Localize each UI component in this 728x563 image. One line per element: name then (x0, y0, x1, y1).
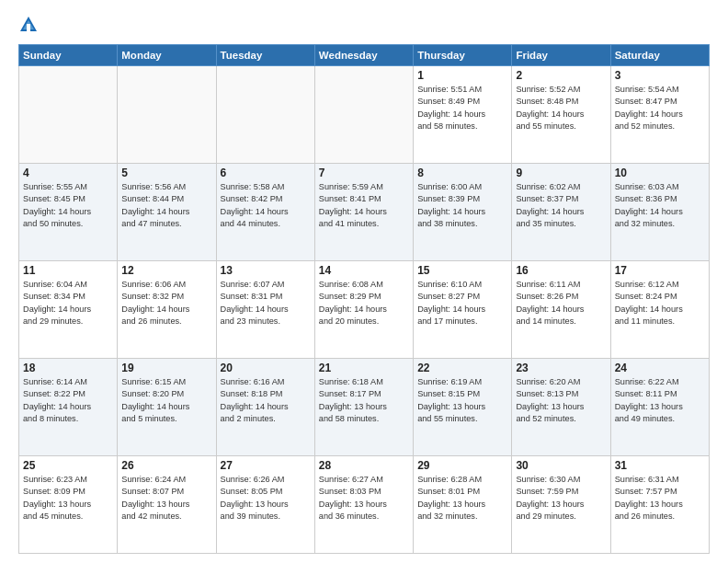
day-info: Sunrise: 6:31 AMSunset: 7:57 PMDaylight:… (615, 474, 705, 523)
day-info: Sunrise: 5:52 AMSunset: 8:48 PMDaylight:… (516, 84, 606, 132)
week-row-3: 11Sunrise: 6:04 AMSunset: 8:34 PMDayligh… (19, 261, 710, 359)
day-number: 14 (319, 264, 409, 277)
day-number: 6 (221, 167, 311, 179)
day-info: Sunrise: 6:19 AMSunset: 8:15 PMDaylight:… (417, 376, 507, 425)
week-row-5: 25Sunrise: 6:23 AMSunset: 8:09 PMDayligh… (19, 456, 710, 554)
day-number: 30 (516, 459, 606, 472)
day-cell: 10Sunrise: 6:03 AMSunset: 8:36 PMDayligh… (610, 164, 709, 261)
day-number: 21 (319, 362, 409, 374)
svg-rect-2 (27, 24, 30, 31)
day-cell: 13Sunrise: 6:07 AMSunset: 8:31 PMDayligh… (216, 261, 314, 359)
day-cell: 23Sunrise: 6:20 AMSunset: 8:13 PMDayligh… (512, 359, 610, 456)
day-info: Sunrise: 6:07 AMSunset: 8:31 PMDaylight:… (221, 279, 311, 327)
day-info: Sunrise: 6:28 AMSunset: 8:01 PMDaylight:… (417, 474, 507, 523)
day-info: Sunrise: 6:00 AMSunset: 8:39 PMDaylight:… (417, 181, 507, 230)
day-number: 26 (121, 459, 211, 472)
day-cell (19, 66, 118, 164)
day-number: 10 (615, 167, 705, 179)
day-cell: 26Sunrise: 6:24 AMSunset: 8:07 PMDayligh… (118, 456, 216, 554)
logo (18, 15, 42, 35)
logo-icon (18, 15, 39, 35)
day-cell: 25Sunrise: 6:23 AMSunset: 8:09 PMDayligh… (19, 456, 118, 554)
day-cell: 16Sunrise: 6:11 AMSunset: 8:26 PMDayligh… (512, 261, 610, 359)
day-cell: 11Sunrise: 6:04 AMSunset: 8:34 PMDayligh… (19, 261, 118, 359)
weekday-header-sunday: Sunday (19, 45, 118, 66)
day-info: Sunrise: 5:58 AMSunset: 8:42 PMDaylight:… (221, 181, 311, 230)
day-cell (118, 66, 216, 164)
day-info: Sunrise: 6:15 AMSunset: 8:20 PMDaylight:… (121, 376, 211, 425)
day-cell: 9Sunrise: 6:02 AMSunset: 8:37 PMDaylight… (512, 164, 610, 261)
day-cell (314, 66, 413, 164)
day-info: Sunrise: 6:12 AMSunset: 8:24 PMDaylight:… (615, 279, 705, 327)
calendar-table: SundayMondayTuesdayWednesdayThursdayFrid… (18, 44, 710, 554)
day-cell: 29Sunrise: 6:28 AMSunset: 8:01 PMDayligh… (414, 456, 512, 554)
day-info: Sunrise: 5:59 AMSunset: 8:41 PMDaylight:… (319, 181, 409, 230)
day-number: 23 (516, 362, 606, 374)
day-cell: 22Sunrise: 6:19 AMSunset: 8:15 PMDayligh… (414, 359, 512, 456)
day-cell: 24Sunrise: 6:22 AMSunset: 8:11 PMDayligh… (610, 359, 709, 456)
week-row-4: 18Sunrise: 6:14 AMSunset: 8:22 PMDayligh… (19, 359, 710, 456)
day-cell: 6Sunrise: 5:58 AMSunset: 8:42 PMDaylight… (216, 164, 314, 261)
day-info: Sunrise: 6:06 AMSunset: 8:32 PMDaylight:… (121, 279, 211, 327)
day-number: 17 (615, 264, 705, 277)
day-number: 24 (615, 362, 705, 374)
day-cell: 5Sunrise: 5:56 AMSunset: 8:44 PMDaylight… (118, 164, 216, 261)
day-info: Sunrise: 6:11 AMSunset: 8:26 PMDaylight:… (516, 279, 606, 327)
weekday-header-wednesday: Wednesday (314, 45, 413, 66)
day-info: Sunrise: 6:20 AMSunset: 8:13 PMDaylight:… (516, 376, 606, 425)
day-info: Sunrise: 6:24 AMSunset: 8:07 PMDaylight:… (121, 474, 211, 523)
day-number: 3 (615, 69, 705, 82)
day-number: 15 (417, 264, 507, 277)
day-number: 20 (221, 362, 311, 374)
day-number: 22 (417, 362, 507, 374)
day-info: Sunrise: 5:54 AMSunset: 8:47 PMDaylight:… (615, 84, 705, 132)
day-cell: 8Sunrise: 6:00 AMSunset: 8:39 PMDaylight… (414, 164, 512, 261)
weekday-header-saturday: Saturday (610, 45, 709, 66)
day-cell: 3Sunrise: 5:54 AMSunset: 8:47 PMDaylight… (610, 66, 709, 164)
day-number: 25 (23, 459, 113, 472)
day-cell (216, 66, 314, 164)
weekday-header-friday: Friday (512, 45, 610, 66)
calendar-page: SundayMondayTuesdayWednesdayThursdayFrid… (0, 0, 728, 563)
day-number: 13 (221, 264, 311, 277)
week-row-1: 1Sunrise: 5:51 AMSunset: 8:49 PMDaylight… (19, 66, 710, 164)
day-info: Sunrise: 6:23 AMSunset: 8:09 PMDaylight:… (23, 474, 113, 523)
day-number: 5 (121, 167, 211, 179)
day-info: Sunrise: 6:22 AMSunset: 8:11 PMDaylight:… (615, 376, 705, 425)
day-info: Sunrise: 5:55 AMSunset: 8:45 PMDaylight:… (23, 181, 113, 230)
day-info: Sunrise: 5:56 AMSunset: 8:44 PMDaylight:… (121, 181, 211, 230)
day-number: 29 (417, 459, 507, 472)
day-number: 2 (516, 69, 606, 82)
day-number: 8 (417, 167, 507, 179)
day-cell: 1Sunrise: 5:51 AMSunset: 8:49 PMDaylight… (414, 66, 512, 164)
day-info: Sunrise: 6:04 AMSunset: 8:34 PMDaylight:… (23, 279, 113, 327)
day-number: 11 (23, 264, 113, 277)
day-cell: 4Sunrise: 5:55 AMSunset: 8:45 PMDaylight… (19, 164, 118, 261)
day-number: 1 (417, 69, 507, 82)
weekday-header-tuesday: Tuesday (216, 45, 314, 66)
weekday-header-thursday: Thursday (414, 45, 512, 66)
day-number: 18 (23, 362, 113, 374)
day-info: Sunrise: 6:26 AMSunset: 8:05 PMDaylight:… (221, 474, 311, 523)
day-info: Sunrise: 6:18 AMSunset: 8:17 PMDaylight:… (319, 376, 409, 425)
day-info: Sunrise: 6:03 AMSunset: 8:36 PMDaylight:… (615, 181, 705, 230)
day-info: Sunrise: 6:14 AMSunset: 8:22 PMDaylight:… (23, 376, 113, 425)
weekday-header-monday: Monday (118, 45, 216, 66)
day-info: Sunrise: 6:08 AMSunset: 8:29 PMDaylight:… (319, 279, 409, 327)
day-number: 27 (221, 459, 311, 472)
day-cell: 27Sunrise: 6:26 AMSunset: 8:05 PMDayligh… (216, 456, 314, 554)
day-info: Sunrise: 5:51 AMSunset: 8:49 PMDaylight:… (417, 84, 507, 132)
day-cell: 14Sunrise: 6:08 AMSunset: 8:29 PMDayligh… (314, 261, 413, 359)
day-cell: 30Sunrise: 6:30 AMSunset: 7:59 PMDayligh… (512, 456, 610, 554)
weekday-header-row: SundayMondayTuesdayWednesdayThursdayFrid… (19, 45, 710, 66)
day-cell: 17Sunrise: 6:12 AMSunset: 8:24 PMDayligh… (610, 261, 709, 359)
day-number: 7 (319, 167, 409, 179)
day-cell: 7Sunrise: 5:59 AMSunset: 8:41 PMDaylight… (314, 164, 413, 261)
day-number: 12 (121, 264, 211, 277)
day-number: 19 (121, 362, 211, 374)
day-info: Sunrise: 6:10 AMSunset: 8:27 PMDaylight:… (417, 279, 507, 327)
day-cell: 12Sunrise: 6:06 AMSunset: 8:32 PMDayligh… (118, 261, 216, 359)
day-cell: 2Sunrise: 5:52 AMSunset: 8:48 PMDaylight… (512, 66, 610, 164)
day-cell: 28Sunrise: 6:27 AMSunset: 8:03 PMDayligh… (314, 456, 413, 554)
day-cell: 15Sunrise: 6:10 AMSunset: 8:27 PMDayligh… (414, 261, 512, 359)
